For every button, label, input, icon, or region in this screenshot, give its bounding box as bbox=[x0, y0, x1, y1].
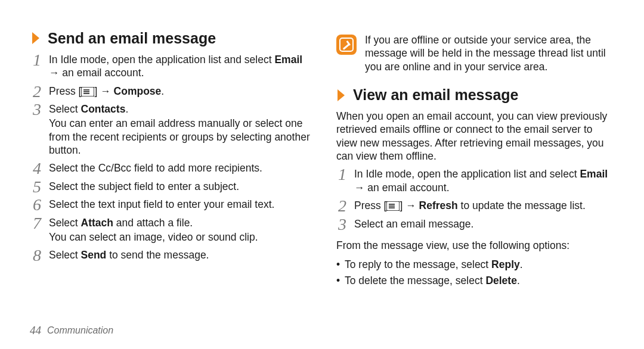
step-number: 1 bbox=[334, 164, 351, 185]
step-item: 4Select the Cc/Bcc field to add more rec… bbox=[29, 161, 310, 179]
step-item: 5Select the subject field to enter a sub… bbox=[29, 180, 310, 198]
heading-view-email: View an email message bbox=[336, 86, 615, 104]
note-offline: If you are offline or outside your servi… bbox=[336, 33, 615, 73]
step-item: 1In Idle mode, open the application list… bbox=[334, 167, 615, 199]
note-icon bbox=[336, 35, 357, 55]
step-item: 8Select Send to send the message. bbox=[29, 248, 310, 266]
step-text: Select Send to send the message. bbox=[49, 248, 310, 261]
footer-section-name: Communication bbox=[47, 325, 113, 336]
options-lead: From the message view, use the following… bbox=[336, 239, 615, 252]
options-list: To reply to the message, select Reply.To… bbox=[334, 257, 615, 288]
step-item: 3Select an email message. bbox=[334, 217, 615, 235]
step-item: 7Select Attach and attach a file.You can… bbox=[29, 216, 310, 249]
step-extra-text: You can select an image, video or sound … bbox=[49, 230, 310, 244]
step-item: 2Press [] → Compose. bbox=[29, 85, 310, 102]
step-item: 6Select the text input field to enter yo… bbox=[29, 198, 310, 216]
page-body: Send an email message 1In Idle mode, ope… bbox=[0, 0, 644, 288]
menu-icon bbox=[81, 87, 94, 96]
steps-send-email: 1In Idle mode, open the application list… bbox=[29, 53, 310, 267]
left-column: Send an email message 1In Idle mode, ope… bbox=[29, 30, 310, 288]
step-text: Select the subject field to enter a subj… bbox=[49, 180, 310, 193]
heading-send-email-text: Send an email message bbox=[48, 30, 216, 47]
step-text: In Idle mode, open the application list … bbox=[354, 167, 615, 194]
step-number: 8 bbox=[29, 245, 45, 266]
step-text: Select an email message. bbox=[354, 217, 615, 230]
list-item: To reply to the message, select Reply. bbox=[336, 257, 615, 272]
menu-icon bbox=[386, 201, 400, 211]
right-column: If you are offline or outside your servi… bbox=[334, 30, 615, 288]
step-text: Press [] → Compose. bbox=[49, 85, 310, 98]
step-extra-text: You can enter an email address manually … bbox=[49, 117, 310, 157]
step-text: Select Attach and attach a file. bbox=[49, 216, 310, 229]
chevron-right-icon bbox=[31, 31, 42, 45]
heading-view-email-text: View an email message bbox=[353, 86, 518, 104]
step-number: 7 bbox=[29, 213, 45, 234]
step-text: In Idle mode, open the application list … bbox=[49, 53, 310, 80]
step-number: 3 bbox=[334, 214, 351, 235]
step-item: 3Select Contacts.You can enter an email … bbox=[29, 102, 310, 162]
chevron-right-icon bbox=[336, 88, 347, 102]
step-item: 1In Idle mode, open the application list… bbox=[29, 53, 310, 85]
step-text: Select the text input field to enter you… bbox=[49, 198, 310, 211]
heading-send-email: Send an email message bbox=[31, 30, 310, 47]
steps-view-email: 1In Idle mode, open the application list… bbox=[334, 167, 615, 235]
step-number: 1 bbox=[29, 49, 45, 71]
page-footer: 44 Communication bbox=[30, 324, 113, 337]
list-item: To delete the message, select Delete. bbox=[336, 273, 615, 288]
step-text: Press [] → Refresh to update the message… bbox=[354, 199, 615, 212]
step-text: Select the Cc/Bcc field to add more reci… bbox=[49, 161, 310, 174]
step-number: 3 bbox=[29, 99, 45, 120]
page-number: 44 bbox=[30, 324, 41, 337]
step-text: Select Contacts. bbox=[49, 102, 310, 116]
note-text: If you are offline or outside your servi… bbox=[365, 33, 615, 73]
view-intro: When you open an email account, you can … bbox=[336, 110, 615, 163]
step-item: 2Press [] → Refresh to update the messag… bbox=[334, 199, 615, 217]
